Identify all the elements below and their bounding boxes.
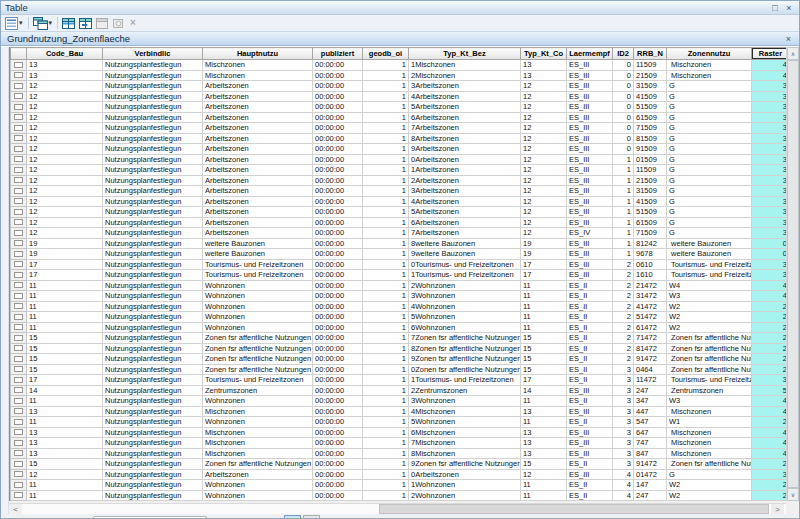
cell-id2[interactable]: 1 (613, 175, 634, 186)
cell-id2[interactable]: 1 (613, 238, 634, 249)
cell-code_bau[interactable]: 12 (27, 196, 103, 207)
row-selector[interactable] (11, 291, 27, 302)
cell-id2[interactable]: 1 (613, 165, 634, 176)
cell-laermempf[interactable]: ES_II (567, 459, 613, 470)
cell-zonennutzu[interactable]: Zonen fsr affentliche Nut (667, 364, 752, 375)
cell-hauptnutzu[interactable]: Arbeitszonen (203, 91, 313, 102)
cell-hauptnutzu[interactable]: Wohnzonen (203, 280, 313, 291)
row-selector-box[interactable] (14, 251, 23, 257)
cell-id2[interactable]: 3 (613, 375, 634, 386)
cell-code_bau[interactable]: 17 (27, 375, 103, 386)
row-selector-box[interactable] (14, 188, 23, 194)
cell-code_bau[interactable]: 15 (27, 459, 103, 470)
cell-id2[interactable]: 3 (613, 427, 634, 438)
cell-code_bau[interactable]: 13 (27, 427, 103, 438)
cell-geodb_oi[interactable]: 1 (363, 364, 409, 375)
cell-verbindlic[interactable]: Nutzungsplanfestlegun (103, 322, 203, 333)
cell-code_bau[interactable]: 12 (27, 165, 103, 176)
cell-hauptnutzu[interactable]: Zonen fsr affentliche Nutzungen (203, 364, 313, 375)
cell-typ_kt_bez[interactable]: 3Wohnzonen (409, 291, 521, 302)
cell-laermempf[interactable]: ES_IV (567, 228, 613, 239)
cell-verbindlic[interactable]: Nutzungsplanfestlegun (103, 196, 203, 207)
cell-publiziert[interactable]: 00:00:00 (313, 196, 363, 207)
cell-publiziert[interactable]: 00:00:00 (313, 144, 363, 155)
cell-publiziert[interactable]: 00:00:00 (313, 480, 363, 491)
cell-id2[interactable]: 3 (613, 385, 634, 396)
cell-rrb_n[interactable]: 31509 (634, 81, 667, 92)
cell-id2[interactable]: 0 (613, 81, 634, 92)
cell-raster[interactable]: 2 (752, 343, 789, 354)
cell-rrb_n[interactable]: 21472 (634, 280, 667, 291)
cell-typ_kt_co[interactable]: 11 (521, 396, 567, 407)
cell-rrb_n[interactable]: 21509 (634, 175, 667, 186)
cell-typ_kt_bez[interactable]: 5Arbeitszonen (409, 207, 521, 218)
cell-raster[interactable]: 3 (752, 123, 789, 134)
cell-rrb_n[interactable]: 51509 (634, 207, 667, 218)
cell-raster[interactable]: 2 (752, 417, 789, 428)
row-selector[interactable] (11, 175, 27, 186)
row-selector-box[interactable] (14, 398, 23, 404)
cell-geodb_oi[interactable]: 1 (363, 217, 409, 228)
column-header-ID2[interactable]: ID2 (613, 48, 634, 60)
cell-publiziert[interactable]: 00:00:00 (313, 333, 363, 344)
cell-publiziert[interactable]: 00:00:00 (313, 417, 363, 428)
cell-typ_kt_co[interactable]: 19 (521, 249, 567, 260)
cell-laermempf[interactable]: ES_III (567, 112, 613, 123)
cell-publiziert[interactable]: 00:00:00 (313, 406, 363, 417)
cell-zonennutzu[interactable]: G (667, 207, 752, 218)
show-all-records-icon[interactable] (284, 515, 301, 519)
cell-geodb_oi[interactable]: 1 (363, 186, 409, 197)
cell-raster[interactable]: 4 (752, 60, 789, 71)
cell-raster[interactable]: 3 (752, 91, 789, 102)
cell-typ_kt_bez[interactable]: 8Mischzonen (409, 448, 521, 459)
cell-zonennutzu[interactable]: W3 (667, 396, 752, 407)
cell-publiziert[interactable]: 00:00:00 (313, 375, 363, 386)
row-selector-box[interactable] (14, 303, 23, 309)
cell-hauptnutzu[interactable]: Mischzonen (203, 427, 313, 438)
cell-publiziert[interactable]: 00:00:00 (313, 259, 363, 270)
cell-zonennutzu[interactable]: G (667, 91, 752, 102)
row-selector[interactable] (11, 259, 27, 270)
cell-laermempf[interactable]: ES_II (567, 312, 613, 323)
cell-code_bau[interactable]: 14 (27, 385, 103, 396)
row-selector-box[interactable] (14, 324, 23, 330)
cell-typ_kt_bez[interactable]: 0Tourismus- und Freizeitzonen (409, 259, 521, 270)
row-selector-box[interactable] (14, 429, 23, 435)
cell-zonennutzu[interactable]: W4 (667, 280, 752, 291)
cell-typ_kt_co[interactable]: 15 (521, 343, 567, 354)
cell-verbindlic[interactable]: Nutzungsplanfestlegun (103, 301, 203, 312)
row-selector[interactable] (11, 385, 27, 396)
cell-publiziert[interactable]: 00:00:00 (313, 186, 363, 197)
cell-id2[interactable]: 1 (613, 217, 634, 228)
cell-raster[interactable]: 4 (752, 396, 789, 407)
cell-laermempf[interactable]: ES_III (567, 123, 613, 134)
cell-raster[interactable]: 5 (752, 385, 789, 396)
cell-verbindlic[interactable]: Nutzungsplanfestlegun (103, 91, 203, 102)
cell-verbindlic[interactable]: Nutzungsplanfestlegun (103, 396, 203, 407)
cell-id2[interactable]: 2 (613, 270, 634, 281)
cell-hauptnutzu[interactable]: Tourismus- und Freizeitzonen (203, 270, 313, 281)
cell-geodb_oi[interactable]: 1 (363, 469, 409, 480)
related-tables-button[interactable]: ▾ (32, 16, 54, 31)
cell-publiziert[interactable]: 00:00:00 (313, 396, 363, 407)
cell-raster[interactable]: 3 (752, 270, 789, 281)
table-tab-bar[interactable]: Grundnutzung_Zonenflaeche × (1, 32, 799, 46)
cell-publiziert[interactable]: 00:00:00 (313, 175, 363, 186)
cell-geodb_oi[interactable]: 1 (363, 259, 409, 270)
cell-id2[interactable]: 3 (613, 396, 634, 407)
cell-typ_kt_co[interactable]: 15 (521, 459, 567, 470)
cell-raster[interactable]: 3 (752, 259, 789, 270)
cell-hauptnutzu[interactable]: Wohnzonen (203, 490, 313, 501)
cell-geodb_oi[interactable]: 1 (363, 406, 409, 417)
cell-hauptnutzu[interactable]: Arbeitszonen (203, 165, 313, 176)
cell-rrb_n[interactable]: 1610 (634, 270, 667, 281)
cell-id2[interactable]: 1 (613, 228, 634, 239)
cell-code_bau[interactable]: 15 (27, 343, 103, 354)
cell-typ_kt_co[interactable]: 17 (521, 270, 567, 281)
row-selector[interactable] (11, 102, 27, 113)
column-header-Typ_Kt_Co[interactable]: Typ_Kt_Co (521, 48, 567, 60)
cell-raster[interactable]: 4 (752, 291, 789, 302)
row-selector-box[interactable] (14, 387, 23, 393)
cell-typ_kt_co[interactable]: 12 (521, 207, 567, 218)
cell-publiziert[interactable]: 00:00:00 (313, 154, 363, 165)
